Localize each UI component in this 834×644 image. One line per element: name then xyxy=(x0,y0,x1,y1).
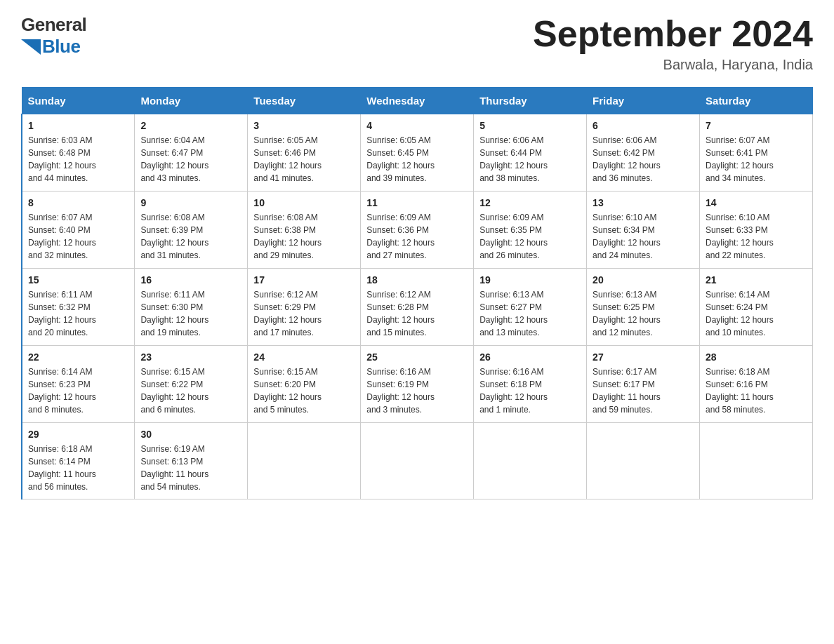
title-section: September 2024 Barwala, Haryana, India xyxy=(533,14,813,73)
day-info: Sunrise: 6:09 AMSunset: 6:36 PMDaylight:… xyxy=(366,211,468,262)
table-row: 1 Sunrise: 6:03 AMSunset: 6:48 PMDayligh… xyxy=(22,114,135,192)
header-thursday: Thursday xyxy=(474,88,587,114)
day-number: 14 xyxy=(706,197,807,208)
calendar-week-row: 15 Sunrise: 6:11 AMSunset: 6:32 PMDaylig… xyxy=(22,269,813,346)
table-row: 2 Sunrise: 6:04 AMSunset: 6:47 PMDayligh… xyxy=(135,114,248,192)
logo-blue-text: Blue xyxy=(42,36,80,58)
day-number: 19 xyxy=(479,274,581,286)
day-number: 6 xyxy=(593,120,694,131)
day-info: Sunrise: 6:18 AMSunset: 6:16 PMDaylight:… xyxy=(706,365,807,416)
day-info: Sunrise: 6:03 AMSunset: 6:48 PMDaylight:… xyxy=(28,134,128,185)
day-number: 5 xyxy=(479,120,581,131)
header-wednesday: Wednesday xyxy=(361,88,474,114)
day-number: 23 xyxy=(140,351,241,363)
day-info: Sunrise: 6:11 AMSunset: 6:32 PMDaylight:… xyxy=(28,288,128,339)
day-info: Sunrise: 6:08 AMSunset: 6:39 PMDaylight:… xyxy=(140,211,241,262)
calendar-week-row: 1 Sunrise: 6:03 AMSunset: 6:48 PMDayligh… xyxy=(22,114,813,192)
calendar-week-row: 8 Sunrise: 6:07 AMSunset: 6:40 PMDayligh… xyxy=(22,192,813,269)
day-number: 21 xyxy=(706,274,807,286)
calendar-week-row: 29 Sunrise: 6:18 AMSunset: 6:14 PMDaylig… xyxy=(22,423,813,499)
day-info: Sunrise: 6:19 AMSunset: 6:13 PMDaylight:… xyxy=(140,443,241,493)
day-number: 11 xyxy=(366,197,468,208)
day-number: 10 xyxy=(253,197,355,208)
logo-container: General Blue xyxy=(21,14,86,58)
table-row: 3 Sunrise: 6:05 AMSunset: 6:46 PMDayligh… xyxy=(248,114,361,192)
day-number: 15 xyxy=(28,274,128,286)
day-number: 29 xyxy=(28,429,128,440)
logo-general-text: General xyxy=(21,14,86,36)
day-number: 17 xyxy=(253,274,355,286)
table-row: 12 Sunrise: 6:09 AMSunset: 6:35 PMDaylig… xyxy=(474,192,587,269)
table-row: 21 Sunrise: 6:14 AMSunset: 6:24 PMDaylig… xyxy=(700,269,813,346)
day-info: Sunrise: 6:10 AMSunset: 6:33 PMDaylight:… xyxy=(706,211,807,262)
table-row xyxy=(361,423,474,499)
header-saturday: Saturday xyxy=(700,88,813,114)
day-number: 13 xyxy=(593,197,694,208)
day-info: Sunrise: 6:15 AMSunset: 6:22 PMDaylight:… xyxy=(140,365,241,416)
table-row: 20 Sunrise: 6:13 AMSunset: 6:25 PMDaylig… xyxy=(587,269,700,346)
day-info: Sunrise: 6:16 AMSunset: 6:18 PMDaylight:… xyxy=(479,365,581,416)
day-info: Sunrise: 6:10 AMSunset: 6:34 PMDaylight:… xyxy=(593,211,694,262)
table-row: 23 Sunrise: 6:15 AMSunset: 6:22 PMDaylig… xyxy=(135,346,248,423)
day-number: 20 xyxy=(593,274,694,286)
table-row: 24 Sunrise: 6:15 AMSunset: 6:20 PMDaylig… xyxy=(248,346,361,423)
day-number: 7 xyxy=(706,120,807,131)
day-number: 28 xyxy=(706,351,807,363)
day-info: Sunrise: 6:14 AMSunset: 6:24 PMDaylight:… xyxy=(706,288,807,339)
table-row: 10 Sunrise: 6:08 AMSunset: 6:38 PMDaylig… xyxy=(248,192,361,269)
table-row: 18 Sunrise: 6:12 AMSunset: 6:28 PMDaylig… xyxy=(361,269,474,346)
day-number: 4 xyxy=(366,120,468,131)
day-info: Sunrise: 6:07 AMSunset: 6:41 PMDaylight:… xyxy=(706,134,807,185)
day-info: Sunrise: 6:12 AMSunset: 6:28 PMDaylight:… xyxy=(366,288,468,339)
day-info: Sunrise: 6:07 AMSunset: 6:40 PMDaylight:… xyxy=(28,211,128,262)
day-info: Sunrise: 6:11 AMSunset: 6:30 PMDaylight:… xyxy=(140,288,241,339)
table-row: 6 Sunrise: 6:06 AMSunset: 6:42 PMDayligh… xyxy=(587,114,700,192)
table-row: 27 Sunrise: 6:17 AMSunset: 6:17 PMDaylig… xyxy=(587,346,700,423)
table-row: 14 Sunrise: 6:10 AMSunset: 6:33 PMDaylig… xyxy=(700,192,813,269)
table-row: 4 Sunrise: 6:05 AMSunset: 6:45 PMDayligh… xyxy=(361,114,474,192)
day-number: 22 xyxy=(28,351,128,363)
table-row: 26 Sunrise: 6:16 AMSunset: 6:18 PMDaylig… xyxy=(474,346,587,423)
logo: General Blue xyxy=(21,14,86,58)
table-row: 5 Sunrise: 6:06 AMSunset: 6:44 PMDayligh… xyxy=(474,114,587,192)
table-row: 19 Sunrise: 6:13 AMSunset: 6:27 PMDaylig… xyxy=(474,269,587,346)
table-row: 7 Sunrise: 6:07 AMSunset: 6:41 PMDayligh… xyxy=(700,114,813,192)
header-sunday: Sunday xyxy=(22,88,135,114)
day-number: 12 xyxy=(479,197,581,208)
table-row: 25 Sunrise: 6:16 AMSunset: 6:19 PMDaylig… xyxy=(361,346,474,423)
logo-triangle-icon xyxy=(21,39,41,55)
table-row: 17 Sunrise: 6:12 AMSunset: 6:29 PMDaylig… xyxy=(248,269,361,346)
header-friday: Friday xyxy=(587,88,700,114)
day-info: Sunrise: 6:13 AMSunset: 6:27 PMDaylight:… xyxy=(479,288,581,339)
calendar-week-row: 22 Sunrise: 6:14 AMSunset: 6:23 PMDaylig… xyxy=(22,346,813,423)
day-number: 9 xyxy=(140,197,241,208)
day-number: 24 xyxy=(253,351,355,363)
day-info: Sunrise: 6:18 AMSunset: 6:14 PMDaylight:… xyxy=(28,443,128,493)
day-number: 1 xyxy=(28,120,128,131)
day-number: 26 xyxy=(479,351,581,363)
logo-text-group: General Blue xyxy=(21,14,86,58)
day-number: 16 xyxy=(140,274,241,286)
table-row: 9 Sunrise: 6:08 AMSunset: 6:39 PMDayligh… xyxy=(135,192,248,269)
table-row xyxy=(248,423,361,499)
day-info: Sunrise: 6:16 AMSunset: 6:19 PMDaylight:… xyxy=(366,365,468,416)
table-row: 15 Sunrise: 6:11 AMSunset: 6:32 PMDaylig… xyxy=(22,269,135,346)
day-info: Sunrise: 6:05 AMSunset: 6:46 PMDaylight:… xyxy=(253,134,355,185)
table-row: 22 Sunrise: 6:14 AMSunset: 6:23 PMDaylig… xyxy=(22,346,135,423)
svg-marker-0 xyxy=(21,39,41,55)
day-info: Sunrise: 6:05 AMSunset: 6:45 PMDaylight:… xyxy=(366,134,468,185)
day-info: Sunrise: 6:06 AMSunset: 6:44 PMDaylight:… xyxy=(479,134,581,185)
day-number: 25 xyxy=(366,351,468,363)
day-info: Sunrise: 6:08 AMSunset: 6:38 PMDaylight:… xyxy=(253,211,355,262)
day-info: Sunrise: 6:06 AMSunset: 6:42 PMDaylight:… xyxy=(593,134,694,185)
table-row: 13 Sunrise: 6:10 AMSunset: 6:34 PMDaylig… xyxy=(587,192,700,269)
table-row: 30 Sunrise: 6:19 AMSunset: 6:13 PMDaylig… xyxy=(135,423,248,499)
table-row xyxy=(700,423,813,499)
day-number: 30 xyxy=(140,429,241,440)
day-info: Sunrise: 6:12 AMSunset: 6:29 PMDaylight:… xyxy=(253,288,355,339)
day-number: 8 xyxy=(28,197,128,208)
day-number: 2 xyxy=(140,120,241,131)
location-subtitle: Barwala, Haryana, India xyxy=(533,57,813,73)
table-row: 11 Sunrise: 6:09 AMSunset: 6:36 PMDaylig… xyxy=(361,192,474,269)
day-info: Sunrise: 6:04 AMSunset: 6:47 PMDaylight:… xyxy=(140,134,241,185)
